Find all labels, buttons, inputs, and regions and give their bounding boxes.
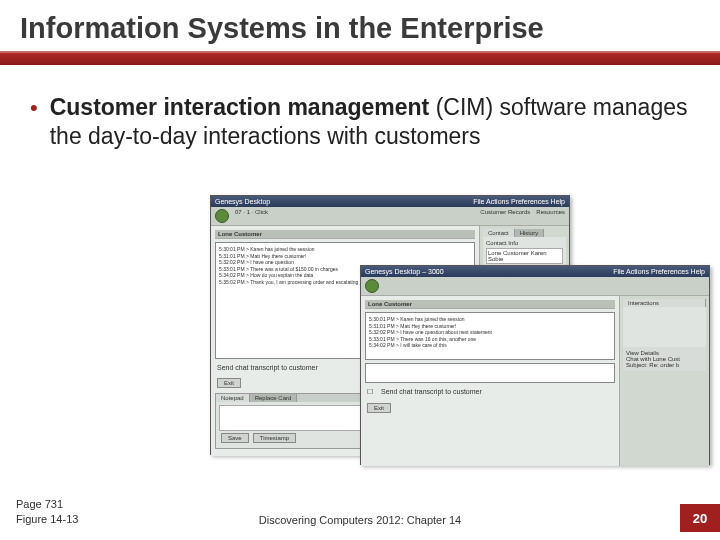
side-value: Lone Customer Karen Sobie <box>486 248 563 264</box>
chat-panel-header: Lone Customer <box>365 300 615 309</box>
content-area: • Customer interaction management (CIM) … <box>0 65 720 151</box>
page-ref: Page 731 <box>16 497 78 511</box>
chat-log-panel: 5:30:01 PM > Karen has joined the sessio… <box>365 312 615 360</box>
window-toolbar: 07 · 1 · Click Customer Records Resource… <box>211 207 569 226</box>
exit-button[interactable]: Exit <box>367 403 391 413</box>
transcript-checkbox-label: Send chat transcript to customer <box>217 364 318 371</box>
side-field: Subject: Re: order b <box>626 362 703 368</box>
window-titlebar: Genesys Desktop – 3000 File Actions Pref… <box>361 266 709 277</box>
window-body: Lone Customer 5:30:01 PM > Karen has joi… <box>361 296 709 466</box>
toolbar-tab-2: Resources <box>536 209 565 223</box>
slide-title: Information Systems in the Enterprise <box>20 12 700 45</box>
transcript-checkbox-label: Send chat transcript to customer <box>381 388 482 396</box>
chat-line: 5:34:02 PM > I will take care of this <box>369 342 611 349</box>
title-area: Information Systems in the Enterprise <box>0 0 720 45</box>
logo-icon <box>365 279 379 293</box>
footer-book-title: Discovering Computers 2012: Chapter 14 <box>0 514 720 526</box>
exit-row: Exit <box>365 401 615 415</box>
side-field: Contact Info <box>486 240 563 246</box>
window-titlebar: Genesys Desktop File Actions Preferences… <box>211 196 569 207</box>
tab-replace-card[interactable]: Replace Card <box>250 394 298 402</box>
bullet-dot-icon: • <box>30 93 38 123</box>
window-menu: File Actions Preferences Help <box>613 268 705 275</box>
chat-input-panel[interactable] <box>365 363 615 383</box>
chat-action-row: ☐ Send chat transcript to customer <box>365 386 615 398</box>
toolbar-tab-1: Customer Records <box>480 209 530 223</box>
logo-icon <box>215 209 229 223</box>
tab-notepad[interactable]: Notepad <box>216 394 250 402</box>
window-menu: File Actions Preferences Help <box>473 198 565 205</box>
window-toolbar <box>361 277 709 296</box>
window-title-text: Genesys Desktop – 3000 <box>365 268 444 275</box>
window-main-pane: Lone Customer 5:30:01 PM > Karen has joi… <box>361 296 619 466</box>
tab-history[interactable]: History <box>515 229 545 237</box>
timestamp-button[interactable]: Timestamp <box>253 433 296 443</box>
exit-button[interactable]: Exit <box>217 378 241 388</box>
save-button[interactable]: Save <box>221 433 249 443</box>
chat-panel-header: Lone Customer <box>215 230 475 239</box>
side-upper <box>623 307 706 347</box>
bullet-item: • Customer interaction management (CIM) … <box>30 93 690 151</box>
app-window-front: Genesys Desktop – 3000 File Actions Pref… <box>360 265 710 465</box>
window-title-text: Genesys Desktop <box>215 198 270 205</box>
tab-interactions[interactable]: Interactions <box>623 299 706 307</box>
tab-contact[interactable]: Contact <box>483 229 515 237</box>
side-lower: View Details Chat with Lone Cust Subject… <box>623 347 706 371</box>
bullet-paren: (CIM) <box>436 94 493 120</box>
slide-number-badge: 20 <box>680 504 720 532</box>
bullet-text: Customer interaction management (CIM) so… <box>50 93 690 151</box>
window-side-pane: Interactions View Details Chat with Lone… <box>619 296 709 466</box>
side-tabs: Contact History <box>483 229 566 237</box>
bullet-bold-lead: Customer interaction management <box>50 94 436 120</box>
screenshot-figure: Genesys Desktop File Actions Preferences… <box>210 195 710 485</box>
title-underline-bar <box>0 51 720 65</box>
toolbar-text: 07 · 1 · Click <box>235 209 268 223</box>
